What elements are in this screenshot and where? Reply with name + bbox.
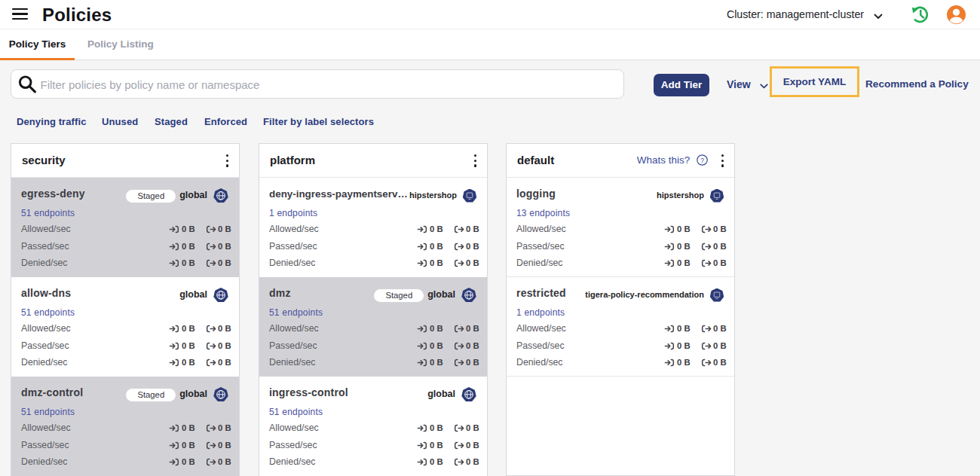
svg-text:?: ? (700, 157, 704, 164)
